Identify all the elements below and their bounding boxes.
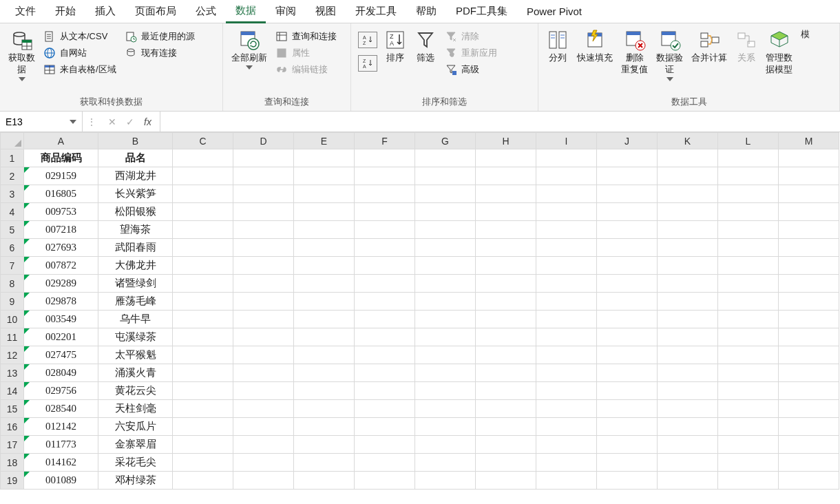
- cell-C17[interactable]: [173, 436, 233, 454]
- cell-E12[interactable]: [294, 346, 355, 364]
- cell-D8[interactable]: [233, 275, 294, 293]
- cell-F12[interactable]: [355, 346, 415, 364]
- cell-C16[interactable]: [173, 418, 233, 436]
- cell-M10[interactable]: [779, 311, 839, 328]
- cell-A16[interactable]: 012142: [24, 418, 98, 436]
- cell-H7[interactable]: [476, 257, 536, 275]
- data-validation-button[interactable]: 数据验 证: [652, 28, 687, 83]
- cell-F13[interactable]: [355, 364, 415, 382]
- col-header-J[interactable]: J: [597, 133, 658, 149]
- get-data-button[interactable]: 获取数 据: [4, 28, 39, 83]
- cell-E16[interactable]: [294, 418, 355, 436]
- cell-I7[interactable]: [536, 257, 597, 275]
- cell-L15[interactable]: [718, 400, 779, 418]
- col-header-A[interactable]: A: [24, 133, 98, 149]
- cell-I19[interactable]: [536, 472, 597, 490]
- cell-E15[interactable]: [294, 400, 355, 418]
- row-header-2[interactable]: 2: [1, 167, 24, 185]
- cell-A1[interactable]: 商品编码: [24, 149, 98, 167]
- col-header-L[interactable]: L: [718, 133, 779, 149]
- cell-C2[interactable]: [173, 167, 233, 185]
- cell-L7[interactable]: [718, 257, 779, 275]
- row-header-17[interactable]: 17: [1, 436, 24, 454]
- cell-A11[interactable]: 002201: [24, 328, 98, 346]
- cancel-icon[interactable]: ✕: [108, 116, 116, 127]
- cell-G9[interactable]: [415, 293, 476, 311]
- cell-L14[interactable]: [718, 382, 779, 400]
- cell-G19[interactable]: [415, 472, 476, 490]
- cell-K11[interactable]: [658, 328, 718, 346]
- cell-I12[interactable]: [536, 346, 597, 364]
- cell-H12[interactable]: [476, 346, 536, 364]
- cell-H10[interactable]: [476, 311, 536, 328]
- properties-button[interactable]: 属性: [274, 45, 338, 61]
- cell-I10[interactable]: [536, 311, 597, 328]
- sort-desc-button[interactable]: ZA: [358, 55, 377, 72]
- cell-F19[interactable]: [355, 472, 415, 490]
- cell-A14[interactable]: 029756: [24, 382, 98, 400]
- cell-L17[interactable]: [718, 436, 779, 454]
- cell-H18[interactable]: [476, 454, 536, 472]
- cell-D11[interactable]: [233, 328, 294, 346]
- cell-B13[interactable]: 涌溪火青: [98, 364, 173, 382]
- cell-F11[interactable]: [355, 328, 415, 346]
- row-header-15[interactable]: 15: [1, 400, 24, 418]
- cell-D9[interactable]: [233, 293, 294, 311]
- cell-L1[interactable]: [718, 149, 779, 167]
- cell-J11[interactable]: [597, 328, 658, 346]
- cell-H14[interactable]: [476, 382, 536, 400]
- cell-H11[interactable]: [476, 328, 536, 346]
- cell-K8[interactable]: [658, 275, 718, 293]
- cell-C13[interactable]: [173, 364, 233, 382]
- cell-J3[interactable]: [597, 185, 658, 203]
- cell-K18[interactable]: [658, 454, 718, 472]
- cell-L3[interactable]: [718, 185, 779, 203]
- cell-I15[interactable]: [536, 400, 597, 418]
- cell-K2[interactable]: [658, 167, 718, 185]
- cell-D12[interactable]: [233, 346, 294, 364]
- cell-G2[interactable]: [415, 167, 476, 185]
- cell-H9[interactable]: [476, 293, 536, 311]
- cell-H19[interactable]: [476, 472, 536, 490]
- cell-F10[interactable]: [355, 311, 415, 328]
- cell-I14[interactable]: [536, 382, 597, 400]
- row-header-3[interactable]: 3: [1, 185, 24, 203]
- cell-H3[interactable]: [476, 185, 536, 203]
- cell-G11[interactable]: [415, 328, 476, 346]
- cell-J16[interactable]: [597, 418, 658, 436]
- cell-I4[interactable]: [536, 203, 597, 221]
- cell-C7[interactable]: [173, 257, 233, 275]
- cell-C6[interactable]: [173, 239, 233, 257]
- cell-K14[interactable]: [658, 382, 718, 400]
- cell-C11[interactable]: [173, 328, 233, 346]
- drag-handle-icon[interactable]: ⋮: [83, 117, 100, 127]
- cell-E2[interactable]: [294, 167, 355, 185]
- cell-G6[interactable]: [415, 239, 476, 257]
- cell-J15[interactable]: [597, 400, 658, 418]
- cell-E17[interactable]: [294, 436, 355, 454]
- cell-K6[interactable]: [658, 239, 718, 257]
- cell-M12[interactable]: [779, 346, 839, 364]
- cell-I9[interactable]: [536, 293, 597, 311]
- cell-E6[interactable]: [294, 239, 355, 257]
- menu-item-8[interactable]: 开发工具: [346, 1, 406, 22]
- cell-A17[interactable]: 011773: [24, 436, 98, 454]
- queries-connections-button[interactable]: 查询和连接: [274, 29, 338, 44]
- name-box-input[interactable]: [6, 116, 61, 127]
- cell-M14[interactable]: [779, 382, 839, 400]
- cell-E3[interactable]: [294, 185, 355, 203]
- cell-A6[interactable]: 027693: [24, 239, 98, 257]
- cell-M17[interactable]: [779, 436, 839, 454]
- cell-F8[interactable]: [355, 275, 415, 293]
- col-header-C[interactable]: C: [173, 133, 233, 149]
- cell-H6[interactable]: [476, 239, 536, 257]
- sort-asc-button[interactable]: AZ: [358, 32, 377, 48]
- cell-C8[interactable]: [173, 275, 233, 293]
- advanced-filter-button[interactable]: 高级: [443, 62, 498, 77]
- cell-F4[interactable]: [355, 203, 415, 221]
- cell-C9[interactable]: [173, 293, 233, 311]
- cell-F15[interactable]: [355, 400, 415, 418]
- cell-J5[interactable]: [597, 221, 658, 239]
- cell-L11[interactable]: [718, 328, 779, 346]
- cell-G12[interactable]: [415, 346, 476, 364]
